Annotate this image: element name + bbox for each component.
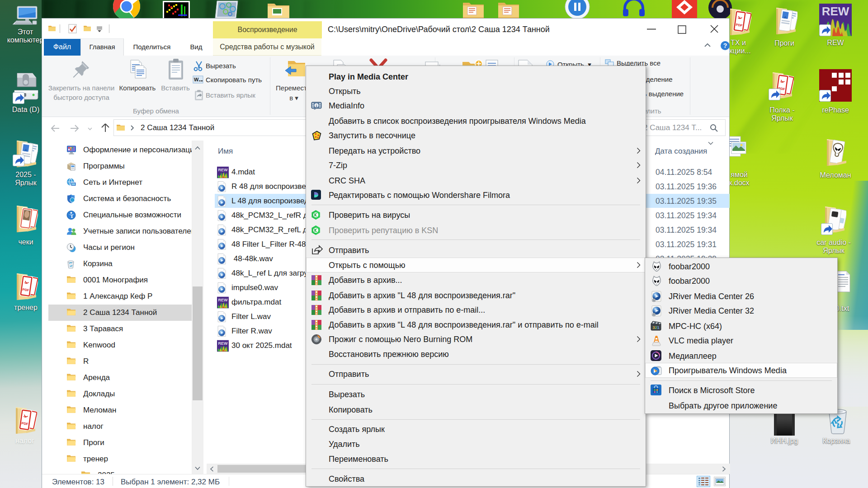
svg-text:?: ? — [723, 42, 727, 49]
svg-text:REW: REW — [218, 168, 228, 172]
svg-text:W: W — [194, 77, 199, 82]
svg-text:REW: REW — [218, 341, 228, 346]
svg-text:REW: REW — [822, 5, 849, 18]
svg-text:321: 321 — [652, 325, 659, 330]
svg-text:REW: REW — [218, 298, 228, 302]
